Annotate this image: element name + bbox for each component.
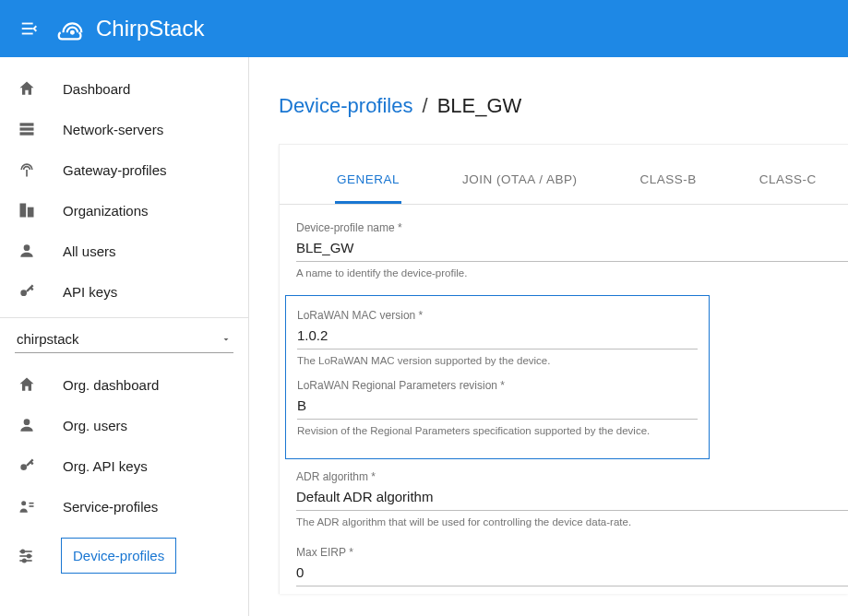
sidebar-item-label: Service-profiles <box>63 499 158 515</box>
field-label: Device-profile name * <box>296 221 848 234</box>
sidebar-item-label: Org. users <box>63 418 127 433</box>
svg-point-20 <box>21 550 24 552</box>
svg-rect-6 <box>20 132 34 135</box>
app-header: ChirpStack <box>0 0 848 57</box>
org-selector-value: chirpstack <box>17 331 79 347</box>
field-device-profile-name: Device-profile name * BLE_GW A name to i… <box>296 221 848 286</box>
sidebar: Dashboard Network-servers Gateway-profil… <box>0 57 249 616</box>
user-icon <box>17 416 37 434</box>
sidebar-divider <box>0 317 248 318</box>
form-card: GENERAL JOIN (OTAA / ABP) CLASS-B CLASS-… <box>279 144 848 594</box>
tab-join[interactable]: JOIN (OTAA / ABP) <box>460 165 579 204</box>
field-label: LoRaWAN Regional Parameters revision * <box>297 379 698 392</box>
org-icon <box>17 201 37 219</box>
app-name: ChirpStack <box>96 16 204 41</box>
sidebar-row-device-profiles: Device-profiles <box>0 527 248 574</box>
svg-point-13 <box>20 464 27 470</box>
sidebar-item-all-users[interactable]: All users <box>0 231 248 271</box>
breadcrumb-separator: / <box>423 94 428 118</box>
svg-point-14 <box>21 501 26 505</box>
sidebar-item-network-servers[interactable]: Network-servers <box>0 109 248 149</box>
breadcrumb-parent[interactable]: Device-profiles <box>279 94 413 118</box>
field-mac-version: LoRaWAN MAC version * 1.0.2 The LoRaWAN … <box>297 309 698 373</box>
tune-icon <box>17 547 35 565</box>
sidebar-item-label: Gateway-profiles <box>63 162 167 178</box>
sidebar-item-org-users[interactable]: Org. users <box>0 405 248 445</box>
sidebar-item-label: Network-servers <box>63 122 163 137</box>
service-icon <box>17 497 37 515</box>
mac-version-select[interactable]: 1.0.2 <box>297 327 698 349</box>
sidebar-item-api-keys[interactable]: API keys <box>0 271 248 312</box>
sidebar-item-label: Device-profiles <box>73 548 164 563</box>
app-logo: ChirpStack <box>55 13 204 44</box>
sidebar-item-device-profiles[interactable]: Device-profiles <box>61 538 176 574</box>
key-icon <box>17 456 37 475</box>
field-help: The LoRaWAN MAC version supported by the… <box>297 355 698 366</box>
tab-general[interactable]: GENERAL <box>335 165 401 204</box>
field-max-eirp: Max EIRP * 0 <box>296 546 848 594</box>
svg-point-22 <box>23 559 26 562</box>
field-help: A name to identify the device-profile. <box>296 267 848 278</box>
sidebar-item-service-profiles[interactable]: Service-profiles <box>0 486 248 527</box>
sidebar-item-organizations[interactable]: Organizations <box>0 190 248 231</box>
regional-revision-select[interactable]: B <box>297 397 698 420</box>
key-icon <box>17 282 37 301</box>
highlighted-region: LoRaWAN MAC version * 1.0.2 The LoRaWAN … <box>285 295 710 459</box>
sidebar-toggle-icon[interactable] <box>18 18 41 40</box>
user-icon <box>17 242 37 260</box>
home-icon <box>17 79 37 98</box>
chevron-down-icon <box>221 334 232 345</box>
field-adr-algorithm: ADR algorithm * Default ADR algorithm Th… <box>296 470 848 535</box>
svg-rect-9 <box>28 207 34 218</box>
sidebar-item-org-api-keys[interactable]: Org. API keys <box>0 445 248 486</box>
sidebar-item-label: Dashboard <box>63 81 130 97</box>
sidebar-item-org-dashboard[interactable]: Org. dashboard <box>0 364 248 405</box>
breadcrumb-current: BLE_GW <box>437 94 522 118</box>
svg-point-11 <box>20 290 27 296</box>
field-label: ADR algorithm * <box>296 470 848 483</box>
servers-icon <box>17 120 37 138</box>
svg-point-21 <box>28 554 30 557</box>
svg-rect-4 <box>20 123 34 125</box>
adr-algorithm-select[interactable]: Default ADR algorithm <box>296 489 848 511</box>
sidebar-item-label: Organizations <box>63 203 149 219</box>
sidebar-item-dashboard[interactable]: Dashboard <box>0 68 248 109</box>
home-icon <box>17 375 37 394</box>
tab-bar: GENERAL JOIN (OTAA / ABP) CLASS-B CLASS-… <box>280 154 848 205</box>
sidebar-item-label: Org. dashboard <box>63 377 159 393</box>
field-help: Revision of the Regional Parameters spec… <box>297 425 698 436</box>
org-selector[interactable]: chirpstack <box>15 326 233 353</box>
svg-point-3 <box>71 31 74 34</box>
field-label: LoRaWAN MAC version * <box>297 309 698 322</box>
svg-point-10 <box>24 244 30 251</box>
field-help: The ADR algorithm that will be used for … <box>296 516 848 527</box>
sidebar-item-label: All users <box>63 243 116 259</box>
max-eirp-input[interactable]: 0 <box>296 564 848 586</box>
field-regional-revision: LoRaWAN Regional Parameters revision * B… <box>297 379 698 444</box>
antenna-icon <box>17 160 37 179</box>
sidebar-item-label: API keys <box>63 284 117 300</box>
field-label: Max EIRP * <box>296 546 848 559</box>
tab-class-b[interactable]: CLASS-B <box>639 165 699 204</box>
sidebar-item-gateway-profiles[interactable]: Gateway-profiles <box>0 149 248 190</box>
tab-class-c[interactable]: CLASS-C <box>758 165 818 204</box>
breadcrumb: Device-profiles / BLE_GW <box>279 94 848 118</box>
svg-point-12 <box>24 419 30 425</box>
main-content: Device-profiles / BLE_GW GENERAL JOIN (O… <box>249 57 848 616</box>
svg-rect-8 <box>20 204 27 218</box>
svg-rect-5 <box>20 127 34 130</box>
device-profile-name-input[interactable]: BLE_GW <box>296 240 848 262</box>
device-profile-form: Device-profile name * BLE_GW A name to i… <box>280 205 848 594</box>
sidebar-item-label: Org. API keys <box>63 458 148 474</box>
